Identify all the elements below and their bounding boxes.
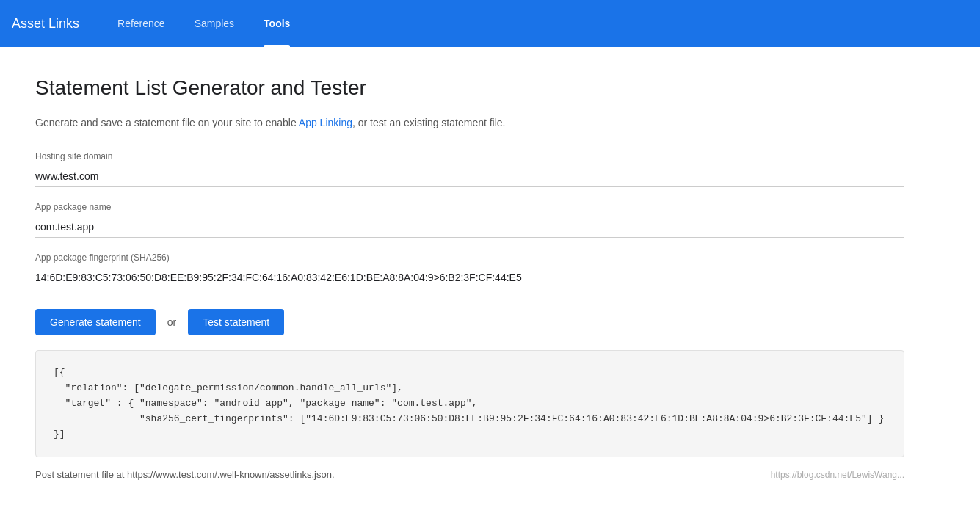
generate-statement-button[interactable]: Generate statement: [35, 309, 156, 335]
app-linking-link[interactable]: App Linking: [299, 117, 352, 128]
top-bar: Asset Links Reference Samples Tools: [0, 0, 980, 47]
or-label: or: [167, 316, 176, 328]
nav-item-reference[interactable]: Reference: [103, 0, 180, 47]
hosting-domain-group: Hosting site domain: [35, 151, 904, 187]
nav-bar: Reference Samples Tools: [103, 0, 305, 47]
post-info-text: Post statement file at https://www.test.…: [35, 469, 335, 480]
fingerprint-input[interactable]: [35, 267, 904, 288]
fingerprint-group: App package fingerprint (SHA256): [35, 252, 904, 288]
app-title: Asset Links: [12, 16, 79, 32]
main-content: Statement List Generator and Tester Gene…: [0, 47, 940, 509]
nav-item-samples[interactable]: Samples: [180, 0, 249, 47]
nav-item-tools[interactable]: Tools: [249, 0, 305, 47]
hosting-domain-input[interactable]: [35, 166, 904, 187]
post-info-row: Post statement file at https://www.test.…: [35, 469, 904, 480]
hosting-domain-label: Hosting site domain: [35, 151, 904, 161]
description-after: , or test an existing statement file.: [352, 117, 506, 128]
package-name-group: App package name: [35, 202, 904, 238]
watermark-link[interactable]: https://blog.csdn.net/LewisWang...: [771, 470, 904, 480]
description: Generate and save a statement file on yo…: [35, 115, 904, 131]
code-output: [{ "relation": ["delegate_permission/com…: [35, 350, 904, 457]
button-row: Generate statement or Test statement: [35, 309, 904, 335]
package-name-label: App package name: [35, 202, 904, 212]
fingerprint-label: App package fingerprint (SHA256): [35, 252, 904, 263]
package-name-input[interactable]: [35, 217, 904, 238]
page-title: Statement List Generator and Tester: [35, 76, 904, 100]
nav-label-tools: Tools: [264, 18, 290, 29]
description-before: Generate and save a statement file on yo…: [35, 117, 299, 128]
nav-label-samples: Samples: [195, 18, 234, 29]
test-statement-button[interactable]: Test statement: [188, 309, 284, 335]
nav-label-reference: Reference: [117, 18, 165, 29]
